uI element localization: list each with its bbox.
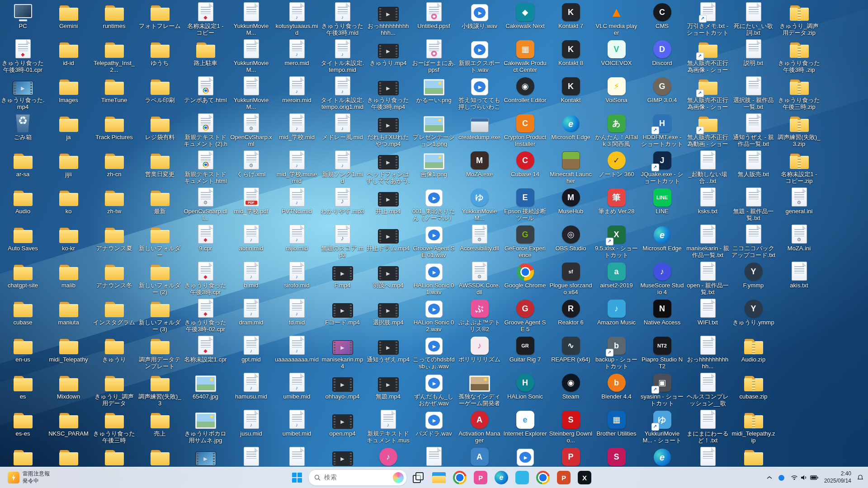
desktop-icon[interactable]: ▣↗syasinn - ショートカット	[639, 373, 685, 407]
desktop-icon[interactable]: 新規テキストドキュメント.html	[183, 150, 228, 185]
desktop-icon[interactable]: ↗無人販売不正行為動画 - ショートカット	[685, 113, 731, 148]
desktop-icon[interactable]: 新しいフォルダー (2)	[137, 262, 183, 296]
desktop-icon[interactable]: Mixdown	[46, 373, 91, 400]
desktop-icon[interactable]: 65407.jpg	[183, 373, 228, 400]
notification-bell-button[interactable]	[854, 469, 866, 486]
desktop-icon[interactable]: SSteinberg Downlo...	[548, 410, 594, 444]
desktop-icon[interactable]: ゆうち	[137, 39, 183, 66]
desktop-icon[interactable]: Images	[46, 76, 91, 103]
desktop-icon[interactable]: ▶バズドラ.wav	[411, 410, 457, 437]
desktop-icon[interactable]: かるーい.png	[411, 76, 457, 103]
desktop-icon[interactable]: 孤独なインディーゲーム開発者の一生...	[457, 373, 502, 408]
desktop-icon[interactable]: ▶おっhhhhhhhhhhhh...	[365, 2, 411, 37]
desktop-icon[interactable]: ▶F.mp4	[320, 262, 365, 289]
desktop-icon[interactable]: ar-sa	[0, 150, 46, 178]
desktop-icon[interactable]: cubase	[0, 299, 46, 326]
desktop-icon[interactable]: ♪mero.mid	[274, 39, 320, 66]
desktop-icon[interactable]: アナウンス夏	[91, 225, 137, 252]
desktop-icon[interactable]: ✓ノートン 360	[594, 150, 639, 178]
desktop-icon[interactable]: プレゼンテーション1.png	[411, 113, 457, 148]
desktop-icon[interactable]: ▲VLC media player	[594, 2, 639, 37]
desktop-icon[interactable]: eMicrosoft Edge	[639, 225, 685, 252]
desktop-icon[interactable]: ♪メドレー風.mid	[320, 113, 365, 141]
desktop-icon[interactable]: malib	[46, 262, 91, 289]
desktop-icon[interactable]	[137, 447, 183, 467]
desktop-icon[interactable]: ◆きゅうり食った午後3時-01.cpr	[0, 39, 46, 74]
desktop-icon[interactable]: ♪hamusu.mid	[228, 373, 274, 400]
desktop-icon[interactable]: NT2Piapro Studio NT2	[639, 336, 685, 370]
desktop-icon[interactable]: 調声練習(失敗)_3	[137, 373, 183, 407]
desktop-icon[interactable]: ♪umibe.mid	[274, 373, 320, 400]
desktop-icon[interactable]: ∿REAPER (x64)	[548, 336, 594, 363]
taskbar-app-multicolor-app[interactable]	[533, 469, 552, 487]
desktop-icon[interactable]: 新しいフォルダー (3)	[137, 299, 183, 333]
desktop-icon[interactable]: きゅうり	[91, 336, 137, 363]
desktop-icon[interactable]: ◆きゅうり食った午後3時-02.cpr	[183, 299, 228, 333]
desktop-icon[interactable]: GRGuitar Rig 7	[502, 336, 548, 363]
desktop-icon[interactable]: MMuseHub	[548, 188, 594, 215]
desktop-icon[interactable]: ぷぷよぷよ™テトリス®2	[457, 299, 502, 333]
desktop-icon[interactable]: Yきゅうり.ymmp	[731, 299, 776, 326]
desktop-icon[interactable]: ↗無人販売不正行為画像 - ショートカット	[685, 76, 731, 111]
desktop-icon[interactable]: ♪無題のスコア.mp3	[320, 225, 365, 259]
desktop-icon[interactable]: ♪mid_学校.mid	[274, 113, 320, 141]
desktop-icon[interactable]: 画像1.png	[411, 150, 457, 178]
desktop-icon[interactable]: ↗無人販売不正行為画像 - ショートカッ...	[685, 39, 731, 74]
desktop-icon[interactable]: Gemini	[46, 2, 91, 29]
desktop-icon[interactable]: Auto Saves	[0, 225, 46, 252]
tray-status-cluster[interactable]	[788, 469, 821, 486]
desktop-icon[interactable]: 名称未設定1 - コピー.zip	[776, 150, 822, 185]
desktop-icon[interactable]: 死にたい_い歌詞.txt	[731, 2, 776, 37]
desktop-icon[interactable]: きゅうり_調声用データ.zip	[776, 2, 822, 37]
taskbar-app-task-view[interactable]	[409, 469, 428, 487]
desktop-icon[interactable]	[91, 447, 137, 467]
desktop-icon[interactable]: TimeTune	[91, 76, 137, 103]
desktop-icon[interactable]: ⚙Accessibility.dll	[457, 225, 502, 252]
desktop-icon[interactable]: ↗万引きメモ.txt - ショートカット	[685, 2, 731, 37]
desktop-icon[interactable]: ⚙OpenCvSharp.xml	[228, 113, 274, 148]
desktop-icon[interactable]: きゅうり食った午後三時.zip	[776, 76, 822, 111]
desktop-icon[interactable]: YukkuriMovieM...	[228, 76, 274, 111]
desktop-icon[interactable]: ♪MuseScore Studio 4	[639, 262, 685, 296]
desktop-icon[interactable]: ♪新規ソング1.mid	[320, 150, 365, 185]
desktop-icon[interactable]: maniuta	[46, 299, 91, 326]
desktop-icon[interactable]: midi_Telepathy	[46, 336, 91, 363]
desktop-icon[interactable]: 売上	[137, 410, 183, 437]
desktop-icon[interactable]: ♪タイトル未設定.tempo.orig1.mid	[320, 76, 365, 111]
desktop-icon[interactable]: ♪jusu.mid	[228, 410, 274, 437]
desktop-icon[interactable]: CCubase 14	[502, 150, 548, 178]
desktop-icon[interactable]: ♪gpt.mid	[228, 336, 274, 363]
desktop-icon[interactable]: Untitled.ppsf	[411, 2, 457, 29]
desktop-icon[interactable]: bBlender 4.4	[594, 373, 639, 400]
desktop-icon[interactable]: ▶Fコード.mp4	[320, 299, 365, 326]
desktop-icon[interactable]: AActivation Manager	[457, 410, 502, 444]
desktop-icon[interactable]: ⚙くらげ.xml	[228, 150, 274, 178]
desktop-icon[interactable]: ♪きゅうり食った午後3時.mid	[320, 2, 365, 37]
desktop-icon[interactable]: ゆ↗YukkuriMovieM... - ショートカット	[639, 410, 685, 445]
desktop-icon[interactable]: ♪aorin.mid	[228, 225, 274, 252]
desktop-icon[interactable]: ⚙OpenCvSharp.dll...	[183, 188, 228, 222]
desktop-icon[interactable]: ▦Cakewalk Product Center	[502, 39, 548, 74]
desktop-icon[interactable]: ♪td.mid	[274, 299, 320, 326]
desktop-icon[interactable]: es	[0, 373, 46, 400]
desktop-icon[interactable]: ▶001_東北きりたん（ノーマル）_今しゃ...	[411, 188, 457, 222]
desktop-icon[interactable]: zh-tw	[91, 188, 137, 215]
desktop-icon[interactable]: S	[594, 447, 639, 467]
desktop-icon[interactable]: おーばーまにあ.ppsf	[411, 39, 457, 74]
desktop-icon[interactable]: open - 親作品一覧.txt	[685, 262, 731, 296]
desktop-icon[interactable]: ▶open.mp4	[320, 410, 365, 437]
desktop-icon[interactable]: es-es	[0, 410, 46, 437]
desktop-icon[interactable]: きゅうりボカロ用サムネ.jpg	[183, 410, 228, 444]
desktop-icon[interactable]: きゅうり食った午後3時 .zip	[776, 39, 822, 74]
desktop-icon[interactable]: ♪PVTNd.mid	[274, 188, 320, 215]
desktop-icon[interactable]: ラベル印刷	[137, 76, 183, 103]
desktop-icon[interactable]: ♪新規テキストドキュメント.musicxml	[365, 410, 411, 445]
desktop-icon[interactable]: YukkuriMovieM...	[228, 2, 274, 37]
desktop-icon[interactable]: NKSC_PARAM	[46, 410, 91, 437]
desktop[interactable]: PC◆きゅうり食った午後3時-01.cpr▶きゅうり食った.mp4♻ごみ箱ar-…	[0, 0, 868, 467]
desktop-icon[interactable]: ▶Groove Agent SE 01.wav	[411, 225, 457, 259]
desktop-icon[interactable]: 無題 - 親作品一覧.txt	[731, 188, 776, 222]
desktop-icon[interactable]: Google Chrome	[502, 262, 548, 289]
desktop-icon[interactable]: HHALion Sonic	[502, 373, 548, 400]
taskbar-app-pink-app[interactable]: P	[471, 469, 490, 487]
